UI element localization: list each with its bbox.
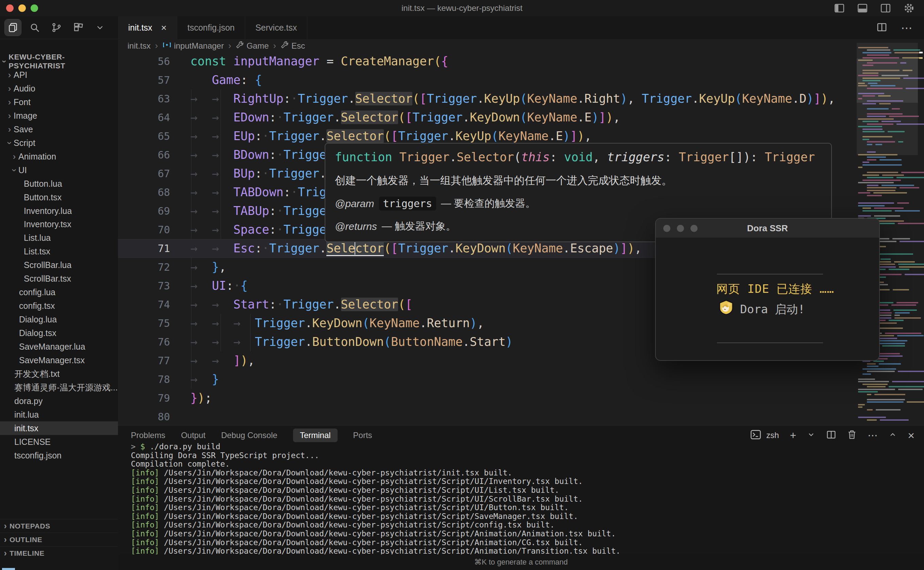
tree-item-Image[interactable]: ›Image bbox=[0, 109, 118, 123]
line-number: 77 bbox=[118, 351, 170, 370]
extensions-icon[interactable] bbox=[70, 19, 86, 36]
tree-item-Save[interactable]: ›Save bbox=[0, 123, 118, 136]
tree-item-config.lua[interactable]: config.lua bbox=[0, 285, 118, 299]
terminal-line: Compiling Dora SSR TypeScript project... bbox=[131, 451, 620, 460]
terminal-dropdown-icon[interactable] bbox=[807, 431, 815, 440]
code-text: Game: { bbox=[190, 71, 262, 89]
code-text: → UI:·{ bbox=[190, 276, 248, 295]
tree-item-Dialog.lua[interactable]: Dialog.lua bbox=[0, 313, 118, 326]
tree-item-Button.lua[interactable]: Button.lua bbox=[0, 177, 118, 190]
chevron-icon: › bbox=[2, 535, 9, 544]
tree-item-Font[interactable]: ›Font bbox=[0, 95, 118, 109]
overview-ruler-mark bbox=[919, 52, 922, 54]
close-panel-icon[interactable]: × bbox=[908, 428, 915, 443]
dora-titlebar[interactable]: Dora SSR bbox=[656, 219, 879, 238]
tree-item-赛博通灵师-温大开源游戏...[interactable]: 赛博通灵师-温大开源游戏... bbox=[0, 381, 118, 394]
section-label: TIMELINE bbox=[9, 549, 44, 558]
dora-ssr-window[interactable]: Dora SSR 网页 IDE 已连接 …… Dora 启动! bbox=[655, 218, 880, 361]
tree-item-SaveManager.lua[interactable]: SaveManager.lua bbox=[0, 340, 118, 353]
terminal-line: [info] /Users/Jin/Workspace/Dora/Downloa… bbox=[131, 503, 620, 512]
panel-tab-ports[interactable]: Ports bbox=[353, 429, 372, 442]
tree-item-SaveManager.tsx[interactable]: SaveManager.tsx bbox=[0, 353, 118, 367]
chevron-icon: › bbox=[10, 152, 18, 162]
tree-item-dora.py[interactable]: dora.py bbox=[0, 394, 118, 408]
trash-icon[interactable] bbox=[847, 429, 857, 441]
tree-item-开发文档.txt[interactable]: 开发文档.txt bbox=[0, 367, 118, 381]
tree-item-Audio[interactable]: ›Audio bbox=[0, 82, 118, 95]
maximize-panel-icon[interactable] bbox=[889, 431, 897, 440]
line-number: 76 bbox=[118, 332, 170, 351]
panel-tab-problems[interactable]: Problems bbox=[131, 429, 165, 442]
line-number: 64 bbox=[118, 108, 170, 127]
tree-item-Script[interactable]: ›Script bbox=[0, 136, 118, 150]
code-line-63[interactable]: 63→ → RightUp:·Trigger.Selector([Trigger… bbox=[118, 89, 857, 108]
tree-item-ScrollBar.tsx[interactable]: ScrollBar.tsx bbox=[0, 272, 118, 285]
file-name: Image bbox=[14, 111, 37, 121]
chevron-icon: › bbox=[9, 166, 19, 174]
source-control-icon[interactable] bbox=[48, 19, 64, 36]
terminal-shell-icon[interactable] bbox=[750, 429, 762, 441]
panel-tab-output[interactable]: Output bbox=[181, 429, 205, 442]
line-number: 67 bbox=[118, 164, 170, 183]
sidebar-section-notepads[interactable]: ›NOTEPADS bbox=[0, 519, 118, 533]
tree-item-List.lua[interactable]: List.lua bbox=[0, 231, 118, 245]
line-number: 75 bbox=[118, 314, 170, 332]
chevron-icon: › bbox=[5, 111, 14, 121]
terminal-line: [info] /Users/Jin/Workspace/Dora/Downloa… bbox=[131, 512, 620, 521]
divider bbox=[717, 342, 823, 343]
terminal-output[interactable]: > $ ./dora.py buildCompiling Dora SSR Ty… bbox=[131, 443, 620, 556]
tree-item-Inventory.lua[interactable]: Inventory.lua bbox=[0, 204, 118, 218]
tree-item-Button.tsx[interactable]: Button.tsx bbox=[0, 190, 118, 204]
line-number: 57 bbox=[118, 71, 170, 89]
file-name: Button.lua bbox=[24, 179, 62, 189]
code-line-78[interactable]: 78→ } bbox=[118, 370, 857, 389]
tree-item-init.lua[interactable]: init.lua bbox=[0, 408, 118, 421]
new-terminal-icon[interactable]: + bbox=[790, 428, 796, 443]
terminal-line: Compilation complete. bbox=[131, 460, 620, 469]
line-number: 70 bbox=[118, 221, 170, 239]
code-line-56[interactable]: 56const inputManager = CreateManager({ bbox=[118, 52, 857, 71]
code-text: → } bbox=[190, 370, 219, 389]
file-tree: ›API›Audio›Font›Image›Save›Script›Animat… bbox=[0, 68, 118, 463]
code-text: → → Start:·Trigger.Selector([ bbox=[190, 295, 412, 314]
tree-item-ScrollBar.lua[interactable]: ScrollBar.lua bbox=[0, 258, 118, 272]
file-name: List.lua bbox=[24, 233, 50, 243]
code-line-64[interactable]: 64→ → EDown:·Trigger.Selector([Trigger.K… bbox=[118, 108, 857, 127]
tree-item-API[interactable]: ›API bbox=[0, 68, 118, 82]
terminal-line: > $ ./dora.py build bbox=[131, 443, 620, 451]
explorer-icon[interactable] bbox=[5, 19, 21, 36]
tree-item-UI[interactable]: ›UI bbox=[0, 163, 118, 177]
tree-item-config.tsx[interactable]: config.tsx bbox=[0, 299, 118, 313]
file-name: 开发文档.txt bbox=[14, 368, 60, 380]
line-number: 65 bbox=[118, 127, 170, 146]
tree-item-tsconfig.json[interactable]: tsconfig.json bbox=[0, 449, 118, 462]
tree-item-Dialog.tsx[interactable]: Dialog.tsx bbox=[0, 326, 118, 340]
explorer-section-header[interactable]: › KEWU-CYBER-PSYCHIATRIST bbox=[0, 54, 118, 69]
tree-item-Inventory.tsx[interactable]: Inventory.tsx bbox=[0, 217, 118, 231]
tree-item-init.tsx[interactable]: init.tsx bbox=[0, 421, 118, 435]
panel-tab-debug-console[interactable]: Debug Console bbox=[221, 429, 277, 442]
file-name: API bbox=[14, 70, 27, 80]
search-icon[interactable] bbox=[26, 19, 43, 36]
code-line-80[interactable]: 80 bbox=[118, 408, 857, 426]
panel-tab-terminal[interactable]: Terminal bbox=[293, 429, 338, 442]
file-name: Inventory.lua bbox=[24, 206, 72, 216]
file-name: Animation bbox=[18, 152, 56, 162]
file-name: init.lua bbox=[14, 410, 39, 420]
file-name: 赛博通灵师-温大开源游戏... bbox=[14, 382, 118, 393]
file-name: dora.py bbox=[14, 396, 43, 406]
tree-item-Animation[interactable]: ›Animation bbox=[0, 150, 118, 163]
sidebar-section-timeline[interactable]: ›TIMELINE bbox=[0, 546, 118, 560]
line-number: 66 bbox=[118, 146, 170, 164]
code-line-79[interactable]: 79}); bbox=[118, 389, 857, 408]
file-name: tsconfig.json bbox=[14, 450, 61, 461]
split-terminal-icon[interactable] bbox=[826, 429, 836, 441]
chevron-down-icon[interactable] bbox=[92, 19, 108, 36]
overview-ruler-mark bbox=[919, 57, 922, 59]
panel-more-actions-icon[interactable]: ⋯ bbox=[867, 428, 878, 443]
tree-item-LICENSE[interactable]: LICENSE bbox=[0, 435, 118, 449]
tree-item-List.tsx[interactable]: List.tsx bbox=[0, 245, 118, 258]
code-line-57[interactable]: 57 Game: { bbox=[118, 71, 857, 89]
sidebar-section-outline[interactable]: ›OUTLINE bbox=[0, 533, 118, 546]
file-name: Save bbox=[14, 124, 33, 134]
